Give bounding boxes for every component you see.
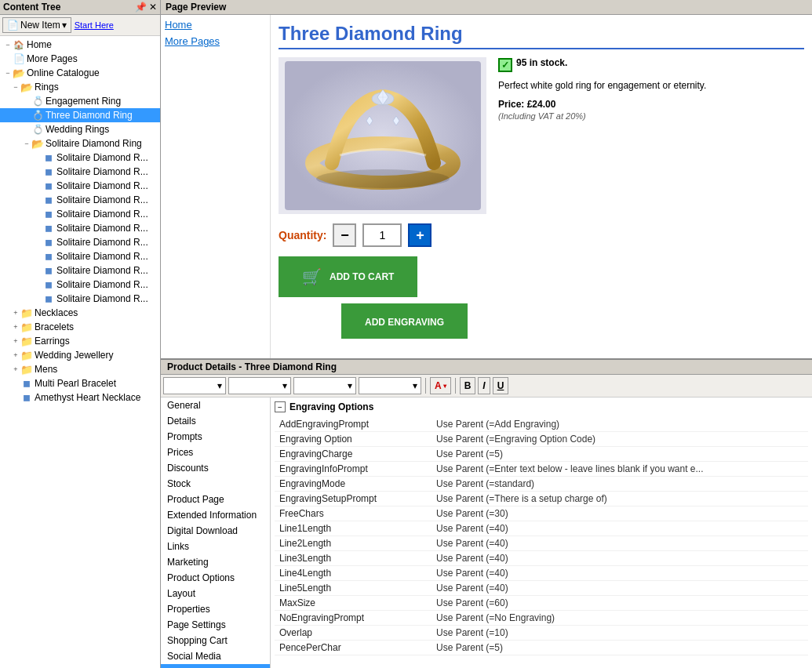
table-row[interactable]: MaxSizeUse Parent (=60) <box>275 596 808 611</box>
tree-item-more-pages[interactable]: 📄 More Pages <box>0 52 160 66</box>
add-engraving-button[interactable]: ADD ENGRAVING <box>341 303 468 339</box>
table-row[interactable]: FreeCharsUse Parent (=30) <box>275 506 808 521</box>
field-name: EngravingInfoPrompt <box>275 462 431 477</box>
nav-details[interactable]: Details <box>161 413 270 429</box>
table-row[interactable]: EngravingModeUse Parent (=standard) <box>275 477 808 492</box>
product-info: ✓ 95 in stock. Perfect white gold ring f… <box>498 57 804 339</box>
tree-item-sol-10[interactable]: ◼Solitaire Diamond R... <box>0 278 160 292</box>
expander-earrings[interactable]: + <box>11 336 20 346</box>
quantity-plus-button[interactable]: + <box>408 223 431 247</box>
nav-layout[interactable]: Layout <box>161 586 270 601</box>
field-value: Use Parent (=standard) <box>431 477 808 492</box>
tree-item-sol-7[interactable]: ◼Solitaire Diamond R... <box>0 235 160 249</box>
expander-bracelets[interactable]: + <box>11 322 20 332</box>
expander-more-pages[interactable] <box>3 54 13 64</box>
font-size-arrow-icon: ▾ <box>282 380 287 391</box>
tree-item-mens[interactable]: + 📁 Mens <box>0 362 160 376</box>
nav-general[interactable]: General <box>161 398 270 413</box>
tree-item-sol-1[interactable]: ◼Solitaire Diamond R... <box>0 151 160 165</box>
new-item-button[interactable]: 📄 New Item ▾ <box>2 17 71 33</box>
quantity-minus-button[interactable]: − <box>333 223 356 247</box>
tree-item-bracelets[interactable]: + 📁 Bracelets <box>0 320 160 334</box>
font-color-button[interactable]: A▾ <box>430 377 451 394</box>
table-row[interactable]: PencePerCharUse Parent (=5) <box>275 641 808 655</box>
expander-engagement[interactable] <box>22 96 31 106</box>
nav-links[interactable]: Links <box>161 539 270 554</box>
section-collapse-button[interactable]: − <box>275 401 286 412</box>
nav-extended-info[interactable]: Extended Information <box>161 507 270 523</box>
tree-item-amethyst[interactable]: ◼ Amethyst Heart Necklace <box>0 390 160 405</box>
expander-wedding[interactable] <box>22 125 31 134</box>
nav-engraving-charge[interactable]: Engraving Charge <box>161 664 270 668</box>
add-to-cart-button[interactable]: 🛒 ADD TO CART <box>279 256 417 297</box>
nav-shopping-cart[interactable]: Shopping Cart <box>161 633 270 648</box>
nav-product-page[interactable]: Product Page <box>161 492 270 507</box>
quantity-input[interactable] <box>362 223 402 247</box>
tree-item-sol-3[interactable]: ◼Solitaire Diamond R... <box>0 179 160 193</box>
tree-item-sol-11[interactable]: ◼Solitaire Diamond R... <box>0 292 160 306</box>
expander-three-diamond[interactable] <box>22 111 31 120</box>
start-here-link[interactable]: Start Here <box>75 20 114 30</box>
tree-item-sol-4[interactable]: ◼Solitaire Diamond R... <box>0 193 160 207</box>
tree-item-earrings[interactable]: + 📁 Earrings <box>0 334 160 348</box>
nav-discounts[interactable]: Discounts <box>161 460 270 476</box>
tree-item-online-catalogue[interactable]: − 📂 Online Catalogue <box>0 66 160 80</box>
bracelets-icon: 📁 <box>20 321 33 333</box>
table-row[interactable]: AddEngravingPromptUse Parent (=Add Engra… <box>275 417 808 432</box>
expander-rings[interactable]: − <box>11 82 20 92</box>
table-row[interactable]: Line5LengthUse Parent (=40) <box>275 581 808 596</box>
tree-item-three-diamond[interactable]: 💍 Three Diamond Ring <box>0 108 160 122</box>
nav-more-pages-link[interactable]: More Pages <box>165 35 266 47</box>
style-dropdown[interactable]: ▾ <box>293 377 356 394</box>
tree-item-necklaces[interactable]: + 📁 Necklaces <box>0 306 160 320</box>
tree-label-solitaire-folder: Solitaire Diamond Ring <box>46 138 142 149</box>
table-row[interactable]: EngravingSetupPromptUse Parent (=There i… <box>275 492 808 506</box>
field-name: FreeChars <box>275 506 431 521</box>
nav-marketing[interactable]: Marketing <box>161 554 270 570</box>
tree-item-sol-9[interactable]: ◼Solitaire Diamond R... <box>0 263 160 278</box>
expander-solitaire[interactable]: − <box>22 139 31 148</box>
nav-social-media[interactable]: Social Media <box>161 648 270 664</box>
nav-digital-download[interactable]: Digital Download <box>161 523 270 539</box>
table-row[interactable]: Line3LengthUse Parent (=40) <box>275 551 808 566</box>
italic-button[interactable]: I <box>478 377 490 394</box>
bold-button[interactable]: B <box>460 377 476 394</box>
font-family-dropdown[interactable]: ▾ <box>163 377 226 394</box>
table-row[interactable]: NoEngravingPromptUse Parent (=No Engravi… <box>275 611 808 626</box>
tree-item-multi-pearl[interactable]: ◼ Multi Pearl Bracelet <box>0 376 160 390</box>
expander-home[interactable]: − <box>3 40 13 49</box>
expander-online-catalogue[interactable]: − <box>3 68 13 78</box>
table-row[interactable]: EngravingInfoPromptUse Parent (=Enter te… <box>275 462 808 477</box>
expander-mens[interactable]: + <box>11 365 20 374</box>
nav-properties[interactable]: Properties <box>161 601 270 617</box>
font-size-dropdown[interactable]: ▾ <box>228 377 291 394</box>
nav-home-link[interactable]: Home <box>165 19 266 31</box>
format-dropdown[interactable]: ▾ <box>359 377 421 394</box>
expander-necklaces[interactable]: + <box>11 308 20 318</box>
nav-prompts[interactable]: Prompts <box>161 429 270 445</box>
underline-button[interactable]: U <box>493 377 509 394</box>
tree-item-solitaire-folder[interactable]: − 📂 Solitaire Diamond Ring <box>0 136 160 151</box>
nav-page-settings[interactable]: Page Settings <box>161 617 270 633</box>
table-row[interactable]: OverlapUse Parent (=10) <box>275 626 808 641</box>
tree-item-rings[interactable]: − 📂 Rings <box>0 80 160 94</box>
tree-item-home[interactable]: − 🏠 Home <box>0 38 160 52</box>
nav-stock[interactable]: Stock <box>161 476 270 492</box>
table-row[interactable]: Line1LengthUse Parent (=40) <box>275 521 808 536</box>
expander-wedding-jewellery[interactable]: + <box>11 350 20 360</box>
tree-item-sol-6[interactable]: ◼Solitaire Diamond R... <box>0 221 160 235</box>
tree-item-sol-8[interactable]: ◼Solitaire Diamond R... <box>0 249 160 263</box>
tree-item-sol-2[interactable]: ◼Solitaire Diamond R... <box>0 165 160 179</box>
nav-product-options[interactable]: Product Options <box>161 570 270 586</box>
nav-prices[interactable]: Prices <box>161 445 270 460</box>
table-row[interactable]: Line2LengthUse Parent (=40) <box>275 536 808 551</box>
table-row[interactable]: EngravingChargeUse Parent (=5) <box>275 447 808 462</box>
tree-item-sol-5[interactable]: ◼Solitaire Diamond R... <box>0 207 160 221</box>
table-row[interactable]: Engraving OptionUse Parent (=Engraving O… <box>275 432 808 447</box>
engagement-ring-icon: 💍 <box>31 95 44 107</box>
tree-item-wedding-jewellery[interactable]: + 📁 Wedding Jewellery <box>0 348 160 362</box>
tree-item-wedding-rings[interactable]: 💍 Wedding Rings <box>0 122 160 136</box>
details-nav: General Details Prompts Prices Discounts… <box>161 398 271 668</box>
tree-item-engagement-ring[interactable]: 💍 Engagement Ring <box>0 94 160 108</box>
table-row[interactable]: Line4LengthUse Parent (=40) <box>275 566 808 581</box>
